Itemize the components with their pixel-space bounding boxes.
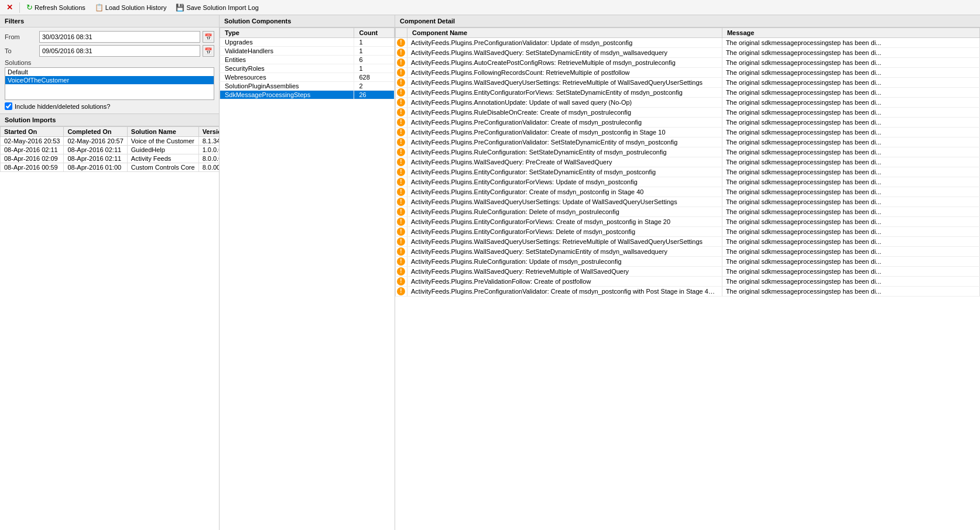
components-table: Type Count Upgrades1ValidateHandlers1Ent… [220,27,395,99]
from-calendar-button[interactable]: 📅 [203,31,214,43]
save-log-button[interactable]: 💾 Save Solution Import Log [172,1,263,14]
warning-icon: ! [397,277,405,285]
col-component-name: Component Name [407,28,722,38]
table-row[interactable]: !ActivityFeeds.Plugins.EntityConfigurato… [396,217,980,227]
table-row[interactable]: !ActivityFeeds.Plugins.RuleConfiguration… [396,257,980,267]
table-row[interactable]: !ActivityFeeds.Plugins.WallSavedQueryUse… [396,78,980,88]
table-row[interactable]: !ActivityFeeds.Plugins.PreConfigurationV… [396,38,980,48]
list-item[interactable]: Webresources628 [220,73,395,82]
table-row[interactable]: !ActivityFeeds.Plugins.EntityConfigurato… [396,227,980,237]
components-table-container[interactable]: Type Count Upgrades1ValidateHandlers1Ent… [220,27,395,530]
table-row[interactable]: !ActivityFeeds.Plugins.EntityConfigurato… [396,187,980,197]
table-row[interactable]: 02-May-2016 20:5302-May-2016 20:57Voice … [1,137,220,146]
close-button[interactable]: ✕ [2,1,17,14]
warning-icon: ! [397,228,405,236]
save-icon: 💾 [176,4,184,12]
toolbar-separator [19,2,20,13]
solution-imports-header: Solution Imports [0,114,219,126]
to-input[interactable] [39,45,200,57]
table-row[interactable]: !ActivityFeeds.Plugins.RuleConfiguration… [396,207,980,217]
imports-table-header-row: Started On Completed On Solution Name Ve… [1,127,220,137]
list-item[interactable]: SolutionPluginAssemblies2 [220,82,395,91]
components-header-row: Type Count [220,28,395,38]
to-calendar-button[interactable]: 📅 [203,45,214,57]
warning-icon: ! [397,138,405,146]
detail-table-container[interactable]: Component Name Message !ActivityFeeds.Pl… [395,27,980,530]
from-label: From [5,33,37,40]
warning-icon: ! [397,68,405,77]
refresh-label: Refresh Solutions [35,4,85,11]
col-version: Version [198,127,219,137]
left-panel: Filters From 📅 To 📅 Solutions DefaultVoi… [0,15,220,530]
include-hidden-checkbox[interactable] [5,102,12,110]
component-detail-header: Component Detail [395,15,980,27]
table-row[interactable]: 08-Apr-2016 00:5908-Apr-2016 01:00Custom… [1,163,220,172]
table-row[interactable]: !ActivityFeeds.Plugins.AutoCreatePostCon… [396,58,980,68]
solutions-listbox[interactable]: DefaultVoiceOfTheCustomer [5,67,214,100]
warning-icon: ! [397,168,405,176]
warning-icon: ! [397,218,405,226]
table-row[interactable]: !ActivityFeeds.Plugins.WallSavedQuery: R… [396,267,980,277]
warning-icon: ! [397,238,405,246]
load-history-button[interactable]: 📋 Load Solution History [91,1,171,14]
detail-table: Component Name Message !ActivityFeeds.Pl… [395,27,980,297]
col-solution-name: Solution Name [127,127,198,137]
table-row[interactable]: !ActivityFeeds.Plugins.WallSavedQueryUse… [396,197,980,207]
col-message: Message [722,28,979,38]
imports-table-container[interactable]: Started On Completed On Solution Name Ve… [0,126,219,530]
history-icon: 📋 [95,4,104,12]
close-icon: ✕ [6,3,13,12]
list-item[interactable]: Upgrades1 [220,38,395,47]
list-item[interactable]: Entities6 [220,56,395,64]
table-row[interactable]: !ActivityFeeds.Plugins.PreConfigurationV… [396,128,980,137]
toolbar: ✕ ↻ Refresh Solutions 📋 Load Solution Hi… [0,0,980,15]
refresh-solutions-button[interactable]: ↻ Refresh Solutions [22,1,90,14]
list-item[interactable]: SecurityRoles1 [220,64,395,73]
solutions-list-item[interactable]: Default [5,68,214,76]
table-row[interactable]: !ActivityFeeds.Plugins.PreConfigurationV… [396,137,980,147]
warning-icon: ! [397,128,405,136]
warning-icon: ! [397,287,405,295]
table-row[interactable]: !ActivityFeeds.Plugins.PreValidationFoll… [396,277,980,287]
table-row[interactable]: !ActivityFeeds.Plugins.EntityConfigurato… [396,167,980,177]
table-row[interactable]: !ActivityFeeds.Plugins.PreConfigurationV… [396,118,980,128]
table-row[interactable]: !ActivityFeeds.Plugins.EntityConfigurato… [396,177,980,187]
table-row[interactable]: !ActivityFeeds.Plugins.RuleConfiguration… [396,147,980,157]
col-type: Type [220,28,354,38]
warning-icon: ! [397,178,405,186]
table-row[interactable]: !ActivityFeeds.Plugins.RuleDisableOnCrea… [396,108,980,118]
table-row[interactable]: !ActivityFeeds.Plugins.FollowingRecordsC… [396,68,980,78]
solution-imports-section: Solution Imports Started On Completed On… [0,114,219,530]
warning-icon: ! [397,267,405,276]
list-item[interactable]: ValidateHandlers1 [220,47,395,56]
table-row[interactable]: 08-Apr-2016 02:1108-Apr-2016 02:11Guided… [1,146,220,154]
col-completed-on: Completed On [64,127,127,137]
warning-icon: ! [397,118,405,126]
table-row[interactable]: !ActivityFeeds.Plugins.WallSavedQuery: S… [396,247,980,257]
filters-header: Filters [0,15,219,27]
table-row[interactable]: 08-Apr-2016 02:0908-Apr-2016 02:11Activi… [1,154,220,163]
from-row: From 📅 [5,31,214,43]
warning-icon: ! [397,58,405,67]
save-label: Save Solution Import Log [186,4,259,11]
table-row[interactable]: !ActivityFeeds.Plugins.PreConfigurationV… [396,287,980,297]
table-row[interactable]: !ActivityFeeds.Plugins.WallSavedQueryUse… [396,237,980,247]
table-row[interactable]: !ActivityFeeds.Plugins.AnnotationUpdate:… [396,98,980,108]
solutions-list-item[interactable]: VoiceOfTheCustomer [5,76,214,84]
history-label: Load Solution History [105,4,167,11]
from-input[interactable] [39,31,200,43]
refresh-icon: ↻ [26,3,33,12]
warning-icon: ! [397,188,405,196]
table-row[interactable]: !ActivityFeeds.Plugins.EntityConfigurato… [396,88,980,98]
to-label: To [5,47,37,54]
detail-header-row: Component Name Message [396,28,980,38]
warning-icon: ! [397,78,405,87]
solutions-label: Solutions [5,59,214,66]
right-panel: Component Detail Component Name Message … [395,15,980,530]
table-row[interactable]: !ActivityFeeds.Plugins.WallSavedQuery: P… [396,157,980,167]
hidden-solutions-row: Include hidden/deleted solutions? [5,102,214,110]
warning-icon: ! [397,257,405,266]
list-item[interactable]: SdkMessageProcessingSteps26 [220,91,395,99]
col-icon [396,28,407,38]
table-row[interactable]: !ActivityFeeds.Plugins.WallSavedQuery: S… [396,48,980,58]
